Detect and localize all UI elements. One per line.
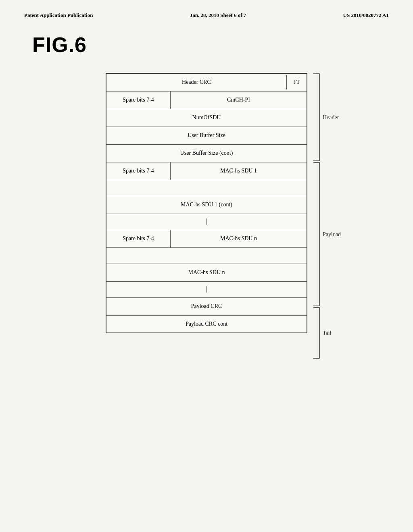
pub-center: Jan. 28, 2010 Sheet 6 of 7: [190, 12, 246, 19]
table-row: MAC-hs SDU n: [106, 264, 307, 281]
payload-crc-cont-cell: Payload CRC cont: [106, 315, 307, 333]
user-buffer-size-cont-cell: User Buffer Size (cont): [106, 144, 307, 162]
spare-bits-cell-1: Spare bits 7-4: [106, 91, 170, 109]
empty-vline-cell-2: [106, 281, 307, 297]
table-row: MAC-hs SDU 1 (cont): [106, 196, 307, 214]
table-row: User Buffer Size: [106, 127, 307, 144]
table-row: Spare bits 7-4 MAC-hs SDU n: [106, 230, 307, 247]
header-crc-cell: Header CRC: [106, 75, 286, 89]
spare-bits-cell-3: Spare bits 7-4: [106, 230, 170, 247]
numofmac-cell: NumOfSDU: [106, 109, 307, 127]
table-row: [106, 281, 307, 297]
table-row: Payload CRC: [106, 297, 307, 315]
mac-hs-sdu-1-cont-cell: MAC-hs SDU 1 (cont): [106, 196, 307, 214]
publication-header: Patent Application Publication Jan. 28, …: [24, 12, 389, 21]
table-wrapper: Header CRC FT Spare bits 7-4 CmCH-PI Num…: [106, 73, 307, 333]
table-row: [106, 180, 307, 196]
pub-right: US 2010/0020772 A1: [343, 12, 389, 19]
tail-label: Tail: [323, 330, 332, 336]
payload-label: Payload: [323, 231, 341, 237]
table-row: Header CRC FT: [106, 73, 307, 91]
protocol-table: Header CRC FT Spare bits 7-4 CmCH-PI Num…: [106, 73, 307, 333]
user-buffer-size-cell: User Buffer Size: [106, 127, 307, 144]
bracket-annotations: Header Payload Tail: [311, 73, 352, 359]
table-row: [106, 247, 307, 264]
ft-cell: FT: [286, 75, 307, 89]
table-row: Spare bits 7-4 CmCH-PI: [106, 91, 307, 109]
payload-crc-cell: Payload CRC: [106, 297, 307, 315]
empty-cell-1: [106, 180, 307, 196]
table-row: NumOfSDU: [106, 109, 307, 127]
figure-title: FIG.6: [32, 33, 389, 57]
empty-vline-cell-1: [106, 214, 307, 230]
mac-hs-sdu-n-cell-2: MAC-hs SDU n: [106, 264, 307, 281]
table-row: Payload CRC cont: [106, 315, 307, 333]
mac-hs-sdu-1-cell: MAC-hs SDU 1: [170, 162, 307, 180]
page: Patent Application Publication Jan. 28, …: [0, 0, 413, 532]
pub-left: Patent Application Publication: [24, 12, 93, 19]
table-row: [106, 214, 307, 230]
diagram-container: Header CRC FT Spare bits 7-4 CmCH-PI Num…: [24, 73, 389, 333]
table-row: Spare bits 7-4 MAC-hs SDU 1: [106, 162, 307, 180]
cmch-pi-cell: CmCH-PI: [170, 91, 307, 109]
spare-bits-cell-2: Spare bits 7-4: [106, 162, 170, 180]
mac-hs-sdu-n-cell-1: MAC-hs SDU n: [170, 230, 307, 247]
empty-cell-2: [106, 247, 307, 264]
table-row: User Buffer Size (cont): [106, 144, 307, 162]
header-label: Header: [323, 114, 339, 121]
